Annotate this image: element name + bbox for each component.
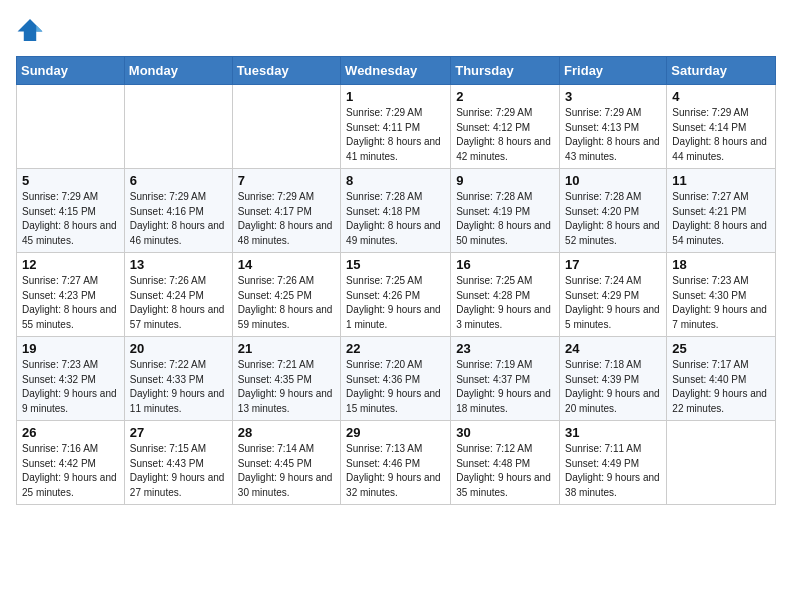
day-info: Sunrise: 7:29 AM Sunset: 4:12 PM Dayligh… <box>456 106 554 164</box>
day-number: 15 <box>346 257 445 272</box>
calendar-cell: 28Sunrise: 7:14 AM Sunset: 4:45 PM Dayli… <box>232 421 340 505</box>
day-number: 21 <box>238 341 335 356</box>
day-number: 27 <box>130 425 227 440</box>
day-number: 12 <box>22 257 119 272</box>
calendar-cell <box>17 85 125 169</box>
day-info: Sunrise: 7:25 AM Sunset: 4:28 PM Dayligh… <box>456 274 554 332</box>
day-info: Sunrise: 7:29 AM Sunset: 4:15 PM Dayligh… <box>22 190 119 248</box>
day-info: Sunrise: 7:29 AM Sunset: 4:13 PM Dayligh… <box>565 106 661 164</box>
day-info: Sunrise: 7:24 AM Sunset: 4:29 PM Dayligh… <box>565 274 661 332</box>
day-number: 2 <box>456 89 554 104</box>
calendar-week-row: 26Sunrise: 7:16 AM Sunset: 4:42 PM Dayli… <box>17 421 776 505</box>
day-number: 25 <box>672 341 770 356</box>
day-number: 17 <box>565 257 661 272</box>
day-info: Sunrise: 7:29 AM Sunset: 4:16 PM Dayligh… <box>130 190 227 248</box>
day-info: Sunrise: 7:16 AM Sunset: 4:42 PM Dayligh… <box>22 442 119 500</box>
day-info: Sunrise: 7:29 AM Sunset: 4:11 PM Dayligh… <box>346 106 445 164</box>
day-number: 1 <box>346 89 445 104</box>
day-info: Sunrise: 7:14 AM Sunset: 4:45 PM Dayligh… <box>238 442 335 500</box>
day-number: 30 <box>456 425 554 440</box>
day-info: Sunrise: 7:29 AM Sunset: 4:14 PM Dayligh… <box>672 106 770 164</box>
day-number: 13 <box>130 257 227 272</box>
calendar-cell: 8Sunrise: 7:28 AM Sunset: 4:18 PM Daylig… <box>341 169 451 253</box>
day-info: Sunrise: 7:13 AM Sunset: 4:46 PM Dayligh… <box>346 442 445 500</box>
calendar-cell: 5Sunrise: 7:29 AM Sunset: 4:15 PM Daylig… <box>17 169 125 253</box>
weekday-header-sunday: Sunday <box>17 57 125 85</box>
day-info: Sunrise: 7:25 AM Sunset: 4:26 PM Dayligh… <box>346 274 445 332</box>
day-number: 29 <box>346 425 445 440</box>
day-number: 6 <box>130 173 227 188</box>
day-info: Sunrise: 7:18 AM Sunset: 4:39 PM Dayligh… <box>565 358 661 416</box>
calendar-cell: 10Sunrise: 7:28 AM Sunset: 4:20 PM Dayli… <box>560 169 667 253</box>
calendar-cell: 29Sunrise: 7:13 AM Sunset: 4:46 PM Dayli… <box>341 421 451 505</box>
calendar-week-row: 1Sunrise: 7:29 AM Sunset: 4:11 PM Daylig… <box>17 85 776 169</box>
calendar-week-row: 19Sunrise: 7:23 AM Sunset: 4:32 PM Dayli… <box>17 337 776 421</box>
day-info: Sunrise: 7:27 AM Sunset: 4:23 PM Dayligh… <box>22 274 119 332</box>
calendar-cell: 25Sunrise: 7:17 AM Sunset: 4:40 PM Dayli… <box>667 337 776 421</box>
calendar-cell: 15Sunrise: 7:25 AM Sunset: 4:26 PM Dayli… <box>341 253 451 337</box>
day-info: Sunrise: 7:27 AM Sunset: 4:21 PM Dayligh… <box>672 190 770 248</box>
page-header <box>16 16 776 44</box>
calendar-cell: 9Sunrise: 7:28 AM Sunset: 4:19 PM Daylig… <box>451 169 560 253</box>
day-info: Sunrise: 7:23 AM Sunset: 4:30 PM Dayligh… <box>672 274 770 332</box>
day-number: 14 <box>238 257 335 272</box>
day-info: Sunrise: 7:28 AM Sunset: 4:20 PM Dayligh… <box>565 190 661 248</box>
calendar-cell <box>124 85 232 169</box>
day-info: Sunrise: 7:17 AM Sunset: 4:40 PM Dayligh… <box>672 358 770 416</box>
calendar-cell: 11Sunrise: 7:27 AM Sunset: 4:21 PM Dayli… <box>667 169 776 253</box>
calendar-cell: 6Sunrise: 7:29 AM Sunset: 4:16 PM Daylig… <box>124 169 232 253</box>
calendar-cell <box>667 421 776 505</box>
day-info: Sunrise: 7:28 AM Sunset: 4:18 PM Dayligh… <box>346 190 445 248</box>
logo <box>16 16 48 44</box>
day-number: 26 <box>22 425 119 440</box>
calendar-cell: 12Sunrise: 7:27 AM Sunset: 4:23 PM Dayli… <box>17 253 125 337</box>
day-number: 4 <box>672 89 770 104</box>
calendar-cell: 17Sunrise: 7:24 AM Sunset: 4:29 PM Dayli… <box>560 253 667 337</box>
day-number: 20 <box>130 341 227 356</box>
calendar-cell: 14Sunrise: 7:26 AM Sunset: 4:25 PM Dayli… <box>232 253 340 337</box>
calendar-cell: 7Sunrise: 7:29 AM Sunset: 4:17 PM Daylig… <box>232 169 340 253</box>
day-number: 3 <box>565 89 661 104</box>
calendar-cell <box>232 85 340 169</box>
calendar-cell: 31Sunrise: 7:11 AM Sunset: 4:49 PM Dayli… <box>560 421 667 505</box>
calendar-cell: 2Sunrise: 7:29 AM Sunset: 4:12 PM Daylig… <box>451 85 560 169</box>
day-number: 22 <box>346 341 445 356</box>
day-info: Sunrise: 7:28 AM Sunset: 4:19 PM Dayligh… <box>456 190 554 248</box>
calendar-week-row: 12Sunrise: 7:27 AM Sunset: 4:23 PM Dayli… <box>17 253 776 337</box>
calendar-cell: 16Sunrise: 7:25 AM Sunset: 4:28 PM Dayli… <box>451 253 560 337</box>
day-number: 5 <box>22 173 119 188</box>
day-number: 31 <box>565 425 661 440</box>
calendar-header-row: SundayMondayTuesdayWednesdayThursdayFrid… <box>17 57 776 85</box>
weekday-header-wednesday: Wednesday <box>341 57 451 85</box>
day-info: Sunrise: 7:20 AM Sunset: 4:36 PM Dayligh… <box>346 358 445 416</box>
day-number: 18 <box>672 257 770 272</box>
day-info: Sunrise: 7:26 AM Sunset: 4:25 PM Dayligh… <box>238 274 335 332</box>
day-info: Sunrise: 7:19 AM Sunset: 4:37 PM Dayligh… <box>456 358 554 416</box>
weekday-header-thursday: Thursday <box>451 57 560 85</box>
day-number: 19 <box>22 341 119 356</box>
day-number: 7 <box>238 173 335 188</box>
day-number: 9 <box>456 173 554 188</box>
day-number: 11 <box>672 173 770 188</box>
calendar-cell: 13Sunrise: 7:26 AM Sunset: 4:24 PM Dayli… <box>124 253 232 337</box>
calendar-week-row: 5Sunrise: 7:29 AM Sunset: 4:15 PM Daylig… <box>17 169 776 253</box>
calendar-cell: 22Sunrise: 7:20 AM Sunset: 4:36 PM Dayli… <box>341 337 451 421</box>
logo-icon <box>16 16 44 44</box>
calendar-table: SundayMondayTuesdayWednesdayThursdayFrid… <box>16 56 776 505</box>
day-info: Sunrise: 7:23 AM Sunset: 4:32 PM Dayligh… <box>22 358 119 416</box>
day-info: Sunrise: 7:12 AM Sunset: 4:48 PM Dayligh… <box>456 442 554 500</box>
calendar-cell: 21Sunrise: 7:21 AM Sunset: 4:35 PM Dayli… <box>232 337 340 421</box>
calendar-cell: 18Sunrise: 7:23 AM Sunset: 4:30 PM Dayli… <box>667 253 776 337</box>
day-info: Sunrise: 7:29 AM Sunset: 4:17 PM Dayligh… <box>238 190 335 248</box>
weekday-header-saturday: Saturday <box>667 57 776 85</box>
day-info: Sunrise: 7:21 AM Sunset: 4:35 PM Dayligh… <box>238 358 335 416</box>
calendar-cell: 20Sunrise: 7:22 AM Sunset: 4:33 PM Dayli… <box>124 337 232 421</box>
calendar-cell: 26Sunrise: 7:16 AM Sunset: 4:42 PM Dayli… <box>17 421 125 505</box>
calendar-cell: 1Sunrise: 7:29 AM Sunset: 4:11 PM Daylig… <box>341 85 451 169</box>
calendar-cell: 23Sunrise: 7:19 AM Sunset: 4:37 PM Dayli… <box>451 337 560 421</box>
calendar-cell: 27Sunrise: 7:15 AM Sunset: 4:43 PM Dayli… <box>124 421 232 505</box>
day-info: Sunrise: 7:22 AM Sunset: 4:33 PM Dayligh… <box>130 358 227 416</box>
day-number: 24 <box>565 341 661 356</box>
day-info: Sunrise: 7:15 AM Sunset: 4:43 PM Dayligh… <box>130 442 227 500</box>
calendar-cell: 3Sunrise: 7:29 AM Sunset: 4:13 PM Daylig… <box>560 85 667 169</box>
